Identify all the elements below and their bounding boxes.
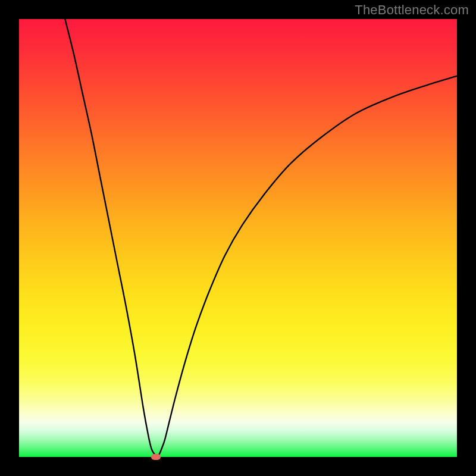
curve-right-branch bbox=[157, 76, 457, 457]
watermark-text: TheBottleneck.com bbox=[355, 2, 469, 18]
plot-area bbox=[19, 19, 457, 457]
curve-left-branch bbox=[65, 19, 157, 457]
chart-frame: TheBottleneck.com bbox=[0, 0, 476, 476]
bottleneck-marker bbox=[151, 454, 161, 460]
curve-svg bbox=[19, 19, 457, 457]
